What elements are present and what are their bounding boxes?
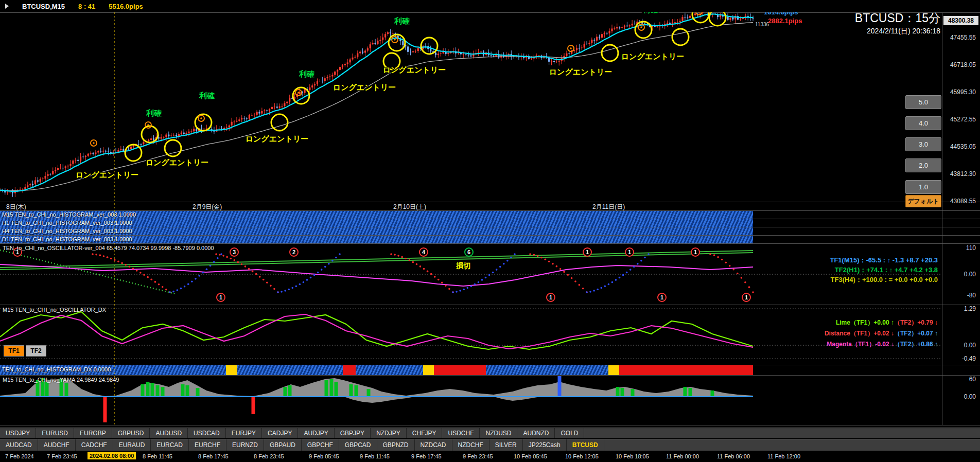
symbol-tab-nzdjpy[interactable]: NZDJPY <box>371 428 407 438</box>
date-axis-label: 2月9日(金) <box>192 203 222 211</box>
symbol-tab-silver[interactable]: SILVER <box>489 439 523 451</box>
time-label: 11 Feb 12:00 <box>767 453 800 459</box>
oscillator-plot <box>0 250 942 294</box>
svg-text:利確: 利確 <box>199 91 215 100</box>
exit-circles <box>91 5 723 146</box>
time-label: 9 Feb 17:45 <box>411 453 442 459</box>
dx-tf2-button[interactable]: TF2 <box>26 345 46 357</box>
axis-tick: -0.49 <box>962 355 976 362</box>
axis-tick: 45995.30 <box>950 88 976 96</box>
symbol-tab-audchf[interactable]: AUDCHF <box>38 439 76 451</box>
date-axis-label: 8日(木) <box>6 203 26 211</box>
time-label: 9 Feb 05:45 <box>309 453 339 459</box>
axis-tick: 110 <box>966 244 976 252</box>
default-zoom-button[interactable]: デフォルト <box>905 195 941 207</box>
last-volume-label: 11336 <box>755 22 769 27</box>
time-label: 10 Feb 05:45 <box>514 453 547 459</box>
svg-text:ロングエントリー: ロングエントリー <box>549 67 612 76</box>
symbol-tab-eurnzd[interactable]: EURNZD <box>226 439 264 451</box>
symbol-timeframe-label: BTCUSD,M15 <box>22 3 65 10</box>
svg-text:ロングエントリー: ロングエントリー <box>146 158 208 167</box>
chart-marker-icon <box>5 4 9 9</box>
time-label: 10 Feb 18:05 <box>616 453 649 459</box>
symbol-tab-chfjpy[interactable]: CHFJPY <box>407 428 443 438</box>
symbol-tab-audusd[interactable]: AUDUSD <box>150 428 188 438</box>
time-label: 11 Feb 00:00 <box>666 453 699 459</box>
yama-plot <box>0 376 753 422</box>
time-label-highlighted: 2024.02.08 08:00 <box>87 452 136 459</box>
symbol-tab-gbpnzd[interactable]: GBPNZD <box>377 439 415 451</box>
symbol-tab-euraud[interactable]: EURAUD <box>113 439 151 451</box>
top-bar: BTCUSD,M15 8 : 41 5516.0pips <box>0 0 980 12</box>
dx-info-lines: Lime（TF1）+0.00 ↑（TF2）+0.79 ↓Distance（TF1… <box>825 317 938 350</box>
svg-text:利確: 利確 <box>299 69 314 78</box>
svg-text:6: 6 <box>467 249 470 255</box>
symbol-tab-gbpaud[interactable]: GBPAUD <box>264 439 302 451</box>
zoom-button-5.0[interactable]: 5.0 <box>905 95 941 109</box>
symbol-tab-audnzd[interactable]: AUDNZD <box>517 428 555 438</box>
time-label: 9 Feb 23:45 <box>463 453 493 459</box>
candle-countdown-timer: 8 : 41 <box>78 3 95 10</box>
svg-text:ロングエントリー: ロングエントリー <box>76 170 138 179</box>
symbol-tab-nzdusd[interactable]: NZDUSD <box>480 428 517 438</box>
axis-tick: -80 <box>967 292 976 299</box>
symbol-tab-gold[interactable]: GOLD <box>555 428 584 438</box>
symbol-tab-gbpchf[interactable]: GBPCHF <box>302 439 339 451</box>
svg-text:1: 1 <box>628 249 631 255</box>
zoom-button-1.0[interactable]: 1.0 <box>905 180 941 194</box>
symbol-tab-cadchf[interactable]: CADCHF <box>76 439 113 451</box>
axis-tick: 47455.55 <box>950 34 976 41</box>
svg-text:ロングエントリー: ロングエントリー <box>383 65 446 74</box>
chart-datetime: 2024/2/11(日) 20:36:18 <box>867 27 940 36</box>
zoom-button-3.0[interactable]: 3.0 <box>905 137 941 151</box>
time-axis: 7 Feb 20247 Feb 23:452024.02.08 08:008 F… <box>0 451 980 462</box>
axis-tick: 1.29 <box>964 305 976 312</box>
symbol-tab-eurgbp[interactable]: EURGBP <box>74 428 112 438</box>
zoom-button-2.0[interactable]: 2.0 <box>905 158 941 172</box>
symbol-tab-audjpy[interactable]: AUDJPY <box>298 428 334 438</box>
time-label: 7 Feb 2024 <box>5 453 34 459</box>
symbol-tab-jp225cash[interactable]: JP225Cash <box>523 439 567 451</box>
svg-text:3: 3 <box>233 249 236 255</box>
axis-tick: 0.00 <box>964 393 976 400</box>
symbol-tab-eurusd[interactable]: EURUSD <box>36 428 74 438</box>
symbol-tab-eurjpy[interactable]: EURJPY <box>226 428 262 438</box>
svg-text:1: 1 <box>586 249 589 255</box>
chart-canvas[interactable]: 利確利確利確利確利確利確ロングエントリーロングエントリーロングエントリーロングエ… <box>0 0 980 462</box>
symbol-tab-gbpcad[interactable]: GBPCAD <box>339 439 377 451</box>
current-price-tag: 48300.38 <box>943 16 978 25</box>
zoom-button-4.0[interactable]: 4.0 <box>905 116 941 130</box>
axis-tick: 43812.30 <box>950 170 976 177</box>
symbol-tab-audcad[interactable]: AUDCAD <box>0 439 38 451</box>
symbol-tab-usdcad[interactable]: USDCAD <box>188 428 226 438</box>
symbol-tab-cadjpy[interactable]: CADJPY <box>262 428 298 438</box>
oscillator-tf-info: TF1(M15)：-65.5 : ↑ -1.3 +8.7 +20.3TF2(H1… <box>830 255 938 285</box>
symbol-tab-eurcad[interactable]: EURCAD <box>151 439 189 451</box>
time-label: 9 Feb 11:45 <box>360 453 390 459</box>
time-label: 8 Feb 11:45 <box>143 453 172 459</box>
dx-info-span: Distance（TF1）+0.02 ↓ <box>825 330 894 337</box>
axis-tick: 45272.55 <box>950 116 976 123</box>
oscillator-dx-header: M15 TEN_to_CHI_no_OSCILLATOR_DX <box>3 307 106 313</box>
dx-info-span: Lime（TF1）+0.00 ↑ <box>836 319 894 326</box>
dx-tf1-button[interactable]: TF1 <box>4 345 24 357</box>
symbol-tab-btcusd[interactable]: BTCUSD <box>567 439 604 451</box>
symbol-tab-eurchf[interactable]: EURCHF <box>189 439 226 451</box>
date-axis-label: 2月11日(日) <box>592 203 625 211</box>
symbol-tab-usdchf[interactable]: USDCHF <box>442 428 480 438</box>
dx-info-line: Distance（TF1）+0.02 ↓（TF2）+0.07 ↑ <box>825 328 938 339</box>
yama-header: M15 TEN_to_CHI_no_YAMA 24.9849 24.9849 <box>3 377 119 383</box>
symbol-tab-usdjpy[interactable]: USDJPY <box>0 428 36 438</box>
symbol-tab-gbpjpy[interactable]: GBPJPY <box>335 428 371 438</box>
symbol-tab-gbpusd[interactable]: GBPUSD <box>112 428 150 438</box>
svg-text:1: 1 <box>660 294 663 300</box>
symbol-tabs-row-1: USDJPYEURUSDEURGBPGBPUSDAUDUSDUSDCADEURJ… <box>0 428 980 438</box>
svg-text:ロングエントリー: ロングエントリー <box>621 52 684 61</box>
entry-circles <box>125 6 726 161</box>
svg-text:1: 1 <box>219 294 222 300</box>
symbol-tabs-row-2: AUDCADAUDCHFCADCHFEURAUDEURCADEURCHFEURN… <box>0 439 980 451</box>
histogram-dx-label: TEN_to_CHI_no_HISTOGRAM_DX 0.0000 <box>2 366 111 372</box>
symbol-tab-nzdcad[interactable]: NZDCAD <box>415 439 452 451</box>
symbol-tab-nzdchf[interactable]: NZDCHF <box>452 439 489 451</box>
loss-cut-label: 損切 <box>456 261 470 270</box>
